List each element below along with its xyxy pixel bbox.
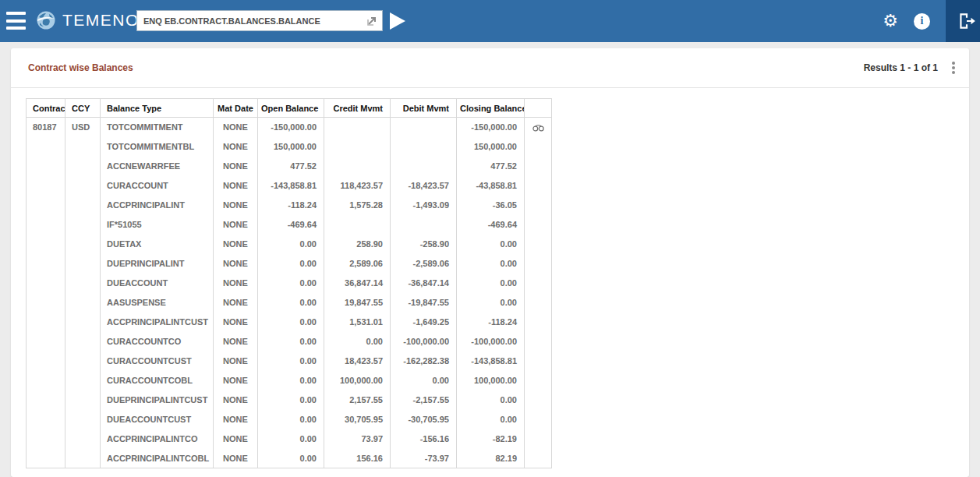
cell-closing-balance: 0.00	[457, 274, 525, 293]
cell-ccy	[65, 274, 101, 293]
cell-closing-balance: -150,000.00	[457, 118, 525, 137]
cell-closing-balance: -100,000.00	[457, 332, 525, 352]
cell-credit-mvmt: 1,531.01	[324, 313, 391, 332]
cell-mat-date: NONE	[214, 352, 258, 371]
cell-ccy	[65, 235, 101, 254]
cell-balance-type: TOTCOMMITMENTBL	[101, 137, 214, 157]
cell-ccy	[65, 176, 101, 196]
col-header-ccy: CCY	[65, 99, 101, 118]
cell-ccy	[65, 293, 101, 313]
cell-mat-date: NONE	[214, 332, 258, 352]
table-row: DUEPRINCIPALINTCUSTNONE0.002,157.55-2,15…	[27, 390, 552, 410]
cell-balance-type: DUEPRINCIPALINTCUST	[101, 390, 214, 410]
cell-open-balance: 0.00	[258, 390, 324, 410]
cell-balance-type: DUEACCOUNT	[101, 274, 214, 293]
table-row: ACCPRINCIPALINTCONONE0.0073.97-156.16-82…	[27, 429, 552, 449]
command-input[interactable]	[137, 11, 364, 30]
cell-open-balance: 0.00	[258, 313, 324, 332]
cell-balance-type: ACCPRINCIPALINTCUST	[101, 313, 214, 332]
cell-debit-mvmt: -2,589.06	[391, 254, 457, 274]
col-header-mat-date: Mat Date	[214, 99, 258, 118]
cell-credit-mvmt: 19,847.55	[324, 293, 391, 313]
cell-debit-mvmt: -73.97	[391, 449, 457, 468]
col-header-actions	[525, 99, 552, 118]
cell-closing-balance: 0.00	[457, 235, 525, 254]
balances-table: Contract CCY Balance Type Mat Date Open …	[26, 98, 552, 468]
table-row: 80187USDTOTCOMMITMENTNONE-150,000.00-150…	[27, 118, 552, 137]
page-title: Contract wise Balances	[28, 62, 133, 73]
cell-debit-mvmt: -162,282.38	[391, 352, 457, 371]
temenos-logo: TEMENOS	[36, 10, 151, 30]
cell-actions	[525, 215, 552, 235]
cell-debit-mvmt: -30,705.95	[391, 410, 457, 429]
cell-debit-mvmt	[391, 215, 457, 235]
cell-mat-date: NONE	[214, 313, 258, 332]
cell-credit-mvmt: 2,157.55	[324, 390, 391, 410]
hamburger-icon[interactable]	[6, 12, 26, 30]
cell-contract	[27, 313, 65, 332]
cell-mat-date: NONE	[214, 274, 258, 293]
table-row: DUEPRINCIPALINTNONE0.002,589.06-2,589.06…	[27, 254, 552, 274]
cell-mat-date: NONE	[214, 235, 258, 254]
info-icon[interactable]: i	[914, 13, 930, 30]
cell-actions	[525, 293, 552, 313]
cell-debit-mvmt: 0.00	[391, 371, 457, 390]
command-line-box	[136, 10, 383, 31]
cell-actions	[525, 332, 552, 352]
cell-contract	[27, 137, 65, 157]
table-row: TOTCOMMITMENTBLNONE150,000.00150,000.00	[27, 137, 552, 157]
cell-closing-balance: 100,000.00	[457, 371, 525, 390]
cell-debit-mvmt: -100,000.00	[391, 332, 457, 352]
view-details-button[interactable]	[525, 118, 552, 137]
cell-contract	[27, 410, 65, 429]
cell-credit-mvmt: 18,423.57	[324, 352, 391, 371]
cell-ccy	[65, 449, 101, 468]
gear-icon[interactable]: ⚙	[883, 12, 898, 30]
cell-ccy	[65, 196, 101, 215]
cell-contract	[27, 254, 65, 274]
cell-ccy	[65, 371, 101, 390]
cell-balance-type: DUEACCOUNTCUST	[101, 410, 214, 429]
cell-mat-date: NONE	[214, 254, 258, 274]
cell-actions	[525, 313, 552, 332]
cell-open-balance: -118.24	[258, 196, 324, 215]
cell-open-balance: 477.52	[258, 157, 324, 176]
cell-closing-balance: 150,000.00	[457, 137, 525, 157]
cell-open-balance: 0.00	[258, 429, 324, 449]
table-row: DUEACCOUNTCUSTNONE0.0030,705.95-30,705.9…	[27, 410, 552, 429]
cell-closing-balance: -82.19	[457, 429, 525, 449]
table-row: DUETAXNONE0.00258.90-258.900.00	[27, 235, 552, 254]
cell-open-balance: 0.00	[258, 371, 324, 390]
cell-mat-date: NONE	[214, 157, 258, 176]
panel-header: Contract wise Balances Results 1 - 1 of …	[11, 48, 969, 88]
cell-actions	[525, 352, 552, 371]
signout-area[interactable]	[946, 0, 980, 42]
cell-actions	[525, 196, 552, 215]
cell-closing-balance: -118.24	[457, 313, 525, 332]
cell-credit-mvmt	[324, 137, 391, 157]
col-header-contract: Contract	[27, 99, 65, 118]
cell-contract	[27, 371, 65, 390]
cell-open-balance: 0.00	[258, 235, 324, 254]
cell-credit-mvmt: 73.97	[324, 429, 391, 449]
run-command-icon[interactable]	[390, 12, 405, 30]
cell-actions	[525, 390, 552, 410]
cell-contract	[27, 293, 65, 313]
table-row: CURACCOUNTCUSTNONE0.0018,423.57-162,282.…	[27, 352, 552, 371]
cell-debit-mvmt	[391, 157, 457, 176]
cell-debit-mvmt: -156.16	[391, 429, 457, 449]
popout-icon[interactable]	[364, 13, 380, 29]
cell-debit-mvmt: -1,493.09	[391, 196, 457, 215]
cell-credit-mvmt: 0.00	[324, 332, 391, 352]
cell-contract	[27, 352, 65, 371]
cell-open-balance: 0.00	[258, 332, 324, 352]
cell-balance-type: AASUSPENSE	[101, 293, 214, 313]
kebab-menu-icon[interactable]	[949, 60, 958, 76]
cell-open-balance: 0.00	[258, 254, 324, 274]
cell-balance-type: ACCPRINCIPALINTCOBL	[101, 449, 214, 468]
binoculars-icon	[532, 124, 544, 132]
cell-actions	[525, 449, 552, 468]
cell-credit-mvmt	[324, 215, 391, 235]
cell-mat-date: NONE	[214, 215, 258, 235]
cell-closing-balance: -143,858.81	[457, 352, 525, 371]
